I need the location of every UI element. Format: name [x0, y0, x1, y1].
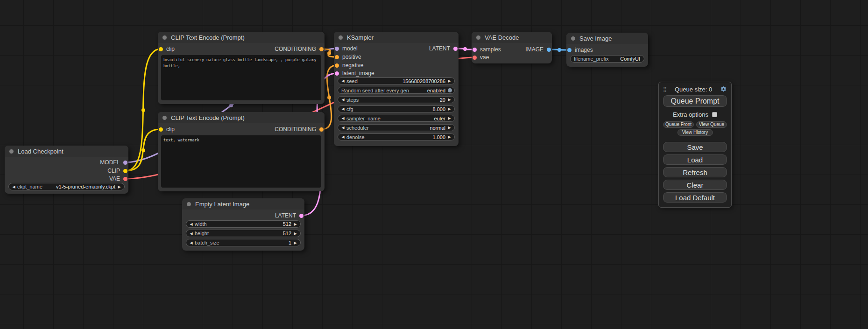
input-port-samples[interactable]: samples	[473, 46, 501, 53]
height-widget[interactable]: ◀ height 512 ▶	[186, 230, 301, 237]
increment-arrow-icon[interactable]: ▶	[447, 79, 452, 83]
decrement-arrow-icon[interactable]: ◀	[189, 231, 194, 236]
batch-size-widget[interactable]: ◀ batch_size 1 ▶	[186, 239, 301, 246]
queue-prompt-button[interactable]: Queue Prompt	[663, 95, 727, 107]
sampler-name-widget[interactable]: ◀ sampler_name euler ▶	[338, 115, 455, 122]
latent-port-dot[interactable]	[335, 71, 339, 76]
increment-arrow-icon[interactable]: ▶	[447, 98, 452, 102]
decrement-arrow-icon[interactable]: ◀	[340, 79, 346, 83]
image-port-dot[interactable]	[567, 48, 572, 52]
vae-port-dot[interactable]	[123, 177, 127, 181]
input-port-vae[interactable]: vae	[473, 54, 489, 61]
collapse-dot-icon[interactable]	[187, 202, 191, 206]
input-port-clip[interactable]: clip	[159, 46, 175, 52]
decrement-arrow-icon[interactable]: ◀	[340, 107, 346, 111]
settings-gear-icon[interactable]	[720, 86, 727, 93]
clip-port-dot[interactable]	[159, 127, 163, 132]
save-button[interactable]: Save	[663, 142, 727, 152]
toggle-knob[interactable]	[448, 88, 452, 92]
output-port-latent[interactable]: LATENT	[429, 45, 458, 52]
decrement-arrow-icon[interactable]: ◀	[340, 116, 346, 120]
increment-arrow-icon[interactable]: ▶	[447, 107, 452, 111]
clip-port-dot[interactable]	[123, 169, 127, 173]
queue-menu-panel[interactable]: ⣿ Queue size: 0 Queue Prompt Extra optio…	[658, 82, 732, 208]
node-title-bar[interactable]: Load Checkpoint	[5, 146, 128, 157]
input-port-images[interactable]: images	[567, 47, 593, 53]
input-port-clip[interactable]: clip	[159, 126, 175, 133]
output-port-vae[interactable]: VAE	[109, 175, 127, 182]
output-port-conditioning[interactable]: CONDITIONING	[275, 46, 324, 52]
cfg-widget[interactable]: ◀ cfg 8.000 ▶	[338, 105, 455, 112]
latent-port-dot[interactable]	[299, 214, 303, 218]
vae-port-dot[interactable]	[473, 56, 477, 60]
output-port-latent[interactable]: LATENT	[275, 212, 303, 219]
output-port-model[interactable]: MODEL	[100, 159, 127, 166]
conditioning-port-dot[interactable]	[335, 55, 339, 59]
conditioning-port-dot[interactable]	[335, 63, 339, 68]
clip-port-dot[interactable]	[159, 47, 163, 51]
seed-widget[interactable]: ◀ seed 156680208700286 ▶	[338, 77, 455, 84]
node-title-bar[interactable]: KSampler	[334, 32, 459, 43]
node-vae-decode[interactable]: VAE Decode samples vae IMAGE	[472, 32, 552, 63]
collapse-dot-icon[interactable]	[162, 35, 167, 40]
refresh-button[interactable]: Refresh	[663, 167, 727, 177]
output-port-conditioning[interactable]: CONDITIONING	[275, 126, 324, 133]
random-seed-toggle-widget[interactable]: Random seed after every gen enabled	[338, 87, 455, 94]
input-port-negative[interactable]: negative	[335, 62, 363, 69]
positive-prompt-textarea[interactable]: beautiful scenery nature glass bottle la…	[161, 55, 321, 100]
latent-port-dot[interactable]	[473, 48, 477, 52]
node-ksampler[interactable]: KSampler model positive negative latent_…	[334, 32, 459, 146]
queue-front-button[interactable]: Queue Front	[663, 121, 694, 128]
decrement-arrow-icon[interactable]: ◀	[189, 222, 194, 226]
decrement-arrow-icon[interactable]: ◀	[340, 98, 346, 102]
input-port-model[interactable]: model	[335, 45, 358, 52]
output-port-clip[interactable]: CLIP	[107, 168, 127, 174]
denoise-widget[interactable]: ◀ denoise 1.000 ▶	[338, 133, 455, 140]
node-title-bar[interactable]: CLIP Text Encode (Prompt)	[158, 112, 325, 123]
collapse-dot-icon[interactable]	[339, 35, 343, 40]
load-button[interactable]: Load	[663, 154, 727, 165]
increment-arrow-icon[interactable]: ▶	[293, 231, 298, 236]
increment-arrow-icon[interactable]: ▶	[447, 116, 452, 120]
increment-arrow-icon[interactable]: ▶	[117, 185, 122, 189]
filename-prefix-widget[interactable]: filename_prefix ComfyUI	[570, 55, 644, 63]
decrement-arrow-icon[interactable]: ◀	[11, 185, 16, 189]
node-save-image[interactable]: Save Image images filename_prefix ComfyU…	[566, 33, 648, 67]
increment-arrow-icon[interactable]: ▶	[293, 222, 298, 226]
decrement-arrow-icon[interactable]: ◀	[340, 126, 346, 130]
collapse-dot-icon[interactable]	[162, 116, 167, 120]
scheduler-widget[interactable]: ◀ scheduler normal ▶	[338, 124, 455, 131]
conditioning-port-dot[interactable]	[319, 47, 324, 51]
node-load-checkpoint[interactable]: Load Checkpoint MODEL CLIP VAE ◀ ckpt_na…	[5, 146, 128, 194]
steps-widget[interactable]: ◀ steps 20 ▶	[338, 96, 455, 103]
increment-arrow-icon[interactable]: ▶	[447, 135, 452, 139]
node-title-bar[interactable]: Save Image	[566, 33, 648, 44]
negative-prompt-textarea[interactable]: text, watermark	[161, 135, 321, 188]
view-queue-button[interactable]: View Queue	[696, 121, 727, 128]
extra-options-checkbox[interactable]	[712, 112, 717, 117]
collapse-dot-icon[interactable]	[9, 149, 14, 154]
input-port-latent-image[interactable]: latent_image	[335, 70, 374, 77]
load-default-button[interactable]: Load Default	[663, 192, 727, 203]
node-title-bar[interactable]: VAE Decode	[472, 32, 552, 43]
latent-port-dot[interactable]	[453, 47, 458, 51]
width-widget[interactable]: ◀ width 512 ▶	[186, 220, 301, 228]
collapse-dot-icon[interactable]	[476, 35, 480, 40]
clear-button[interactable]: Clear	[663, 180, 727, 190]
output-port-image[interactable]: IMAGE	[525, 46, 551, 53]
node-clip-text-encode-positive[interactable]: CLIP Text Encode (Prompt) clip CONDITION…	[158, 32, 325, 104]
decrement-arrow-icon[interactable]: ◀	[340, 135, 346, 139]
node-clip-text-encode-negative[interactable]: CLIP Text Encode (Prompt) clip CONDITION…	[158, 112, 325, 191]
decrement-arrow-icon[interactable]: ◀	[189, 241, 194, 245]
increment-arrow-icon[interactable]: ▶	[447, 126, 452, 130]
node-title-bar[interactable]: Empty Latent Image	[182, 198, 304, 210]
conditioning-port-dot[interactable]	[319, 127, 324, 132]
node-title-bar[interactable]: CLIP Text Encode (Prompt)	[158, 32, 325, 43]
model-port-dot[interactable]	[335, 47, 339, 51]
model-port-dot[interactable]	[123, 161, 127, 165]
drag-handle-icon[interactable]: ⣿	[663, 86, 667, 92]
view-history-button[interactable]: View History	[677, 129, 713, 136]
graph-canvas[interactable]: Load Checkpoint MODEL CLIP VAE ◀ ckpt_na…	[0, 0, 868, 329]
increment-arrow-icon[interactable]: ▶	[293, 241, 298, 245]
input-port-positive[interactable]: positive	[335, 54, 361, 60]
